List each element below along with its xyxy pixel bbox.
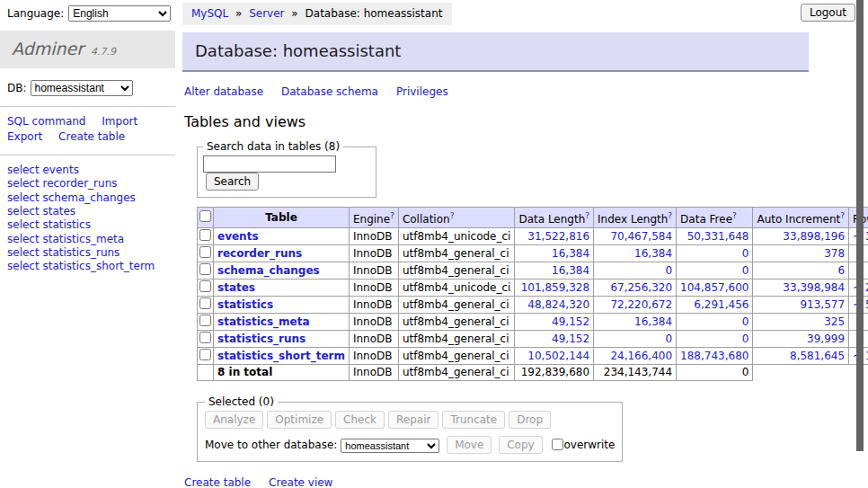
cell-index-length: 67,256,320: [594, 279, 677, 297]
auto-increment-link[interactable]: 6: [837, 264, 845, 277]
table-link-events[interactable]: events: [217, 230, 259, 243]
analyze-button[interactable]: Analyze: [205, 411, 263, 429]
cell-data-free: 0: [677, 314, 753, 331]
sidebar-select-statistics-meta[interactable]: select statistics_meta: [7, 233, 170, 246]
data-free-link[interactable]: 0: [742, 333, 749, 345]
data-free-link[interactable]: 104,857,600: [680, 281, 748, 294]
data-length-link[interactable]: 16,384: [552, 264, 589, 277]
drop-button[interactable]: Drop: [509, 411, 551, 429]
data-free-link[interactable]: 0: [742, 264, 749, 277]
sidebar-select-statistics-runs[interactable]: select statistics_runs: [7, 246, 170, 260]
total-void: [753, 365, 868, 381]
overwrite-checkbox[interactable]: [552, 439, 563, 450]
cell-data-free: 0: [677, 245, 753, 262]
sidebar-select-schema-changes[interactable]: select schema_changes: [7, 191, 170, 205]
help-icon[interactable]: ?: [450, 211, 455, 220]
sidebar-select-statistics[interactable]: select statistics: [7, 218, 170, 232]
index-length-link[interactable]: 0: [665, 333, 672, 345]
create-table-link[interactable]: Create table: [184, 476, 251, 488]
alter-database-link[interactable]: Alter database: [184, 85, 263, 98]
help-icon[interactable]: ?: [390, 211, 394, 220]
row-checkbox[interactable]: [199, 349, 211, 360]
row-checkbox[interactable]: [199, 280, 211, 292]
move-label: Move to other database:: [205, 439, 337, 451]
table-link-statistics-short-term[interactable]: statistics_short_term: [217, 350, 345, 362]
breadcrumb-server[interactable]: Server: [249, 7, 284, 20]
row-checkbox[interactable]: [199, 297, 211, 309]
auto-increment-link[interactable]: 8,581,645: [790, 350, 845, 362]
index-length-link[interactable]: 24,166,400: [610, 350, 672, 362]
data-free-link[interactable]: 0: [742, 315, 749, 328]
sidebar-select-states[interactable]: select states: [7, 205, 170, 218]
table-link-schema-changes[interactable]: schema_changes: [217, 264, 320, 277]
table-link-states[interactable]: states: [217, 281, 255, 294]
auto-increment-link[interactable]: 33,898,196: [783, 230, 845, 243]
data-length-link[interactable]: 16,384: [552, 247, 589, 260]
index-length-link[interactable]: 0: [665, 264, 672, 277]
vertical-scrollbar[interactable]: [856, 0, 864, 451]
data-length-link[interactable]: 48,824,320: [527, 298, 589, 311]
total-name: 8 in total: [214, 365, 350, 381]
help-icon[interactable]: ?: [732, 211, 737, 220]
index-length-link[interactable]: 16,384: [634, 247, 672, 260]
sidebar-link-export[interactable]: Export: [7, 130, 42, 143]
auto-increment-link[interactable]: 33,398,984: [783, 281, 845, 294]
db-select[interactable]: homeassistant: [31, 80, 133, 96]
create-view-link[interactable]: Create view: [269, 476, 332, 488]
row-checkbox[interactable]: [199, 263, 211, 275]
move-button[interactable]: Move: [447, 436, 492, 454]
search-button[interactable]: Search: [206, 173, 259, 191]
row-checkbox[interactable]: [199, 332, 211, 343]
repair-button[interactable]: Repair: [388, 411, 438, 429]
index-length-link[interactable]: 70,467,584: [610, 230, 672, 243]
auto-increment-link[interactable]: 325: [824, 315, 845, 328]
search-input[interactable]: [203, 155, 336, 173]
database-schema-link[interactable]: Database schema: [281, 85, 378, 98]
sidebar-link-sql-command[interactable]: SQL command: [7, 115, 85, 128]
help-icon[interactable]: ?: [585, 211, 589, 220]
select-all-checkbox[interactable]: [199, 210, 211, 222]
truncate-button[interactable]: Truncate: [442, 411, 505, 429]
table-row: recorder_runsInnoDButf8mb4_general_ci16,…: [198, 245, 868, 262]
sidebar-select-events[interactable]: select events: [7, 164, 170, 177]
data-free-link[interactable]: 188,743,680: [680, 350, 748, 362]
help-icon[interactable]: ?: [840, 211, 845, 220]
data-length-link[interactable]: 10,502,144: [527, 350, 589, 362]
row-checkbox[interactable]: [199, 246, 211, 258]
table-link-statistics[interactable]: statistics: [217, 298, 273, 311]
row-checkbox[interactable]: [199, 229, 211, 241]
auto-increment-link[interactable]: 378: [824, 247, 845, 260]
data-free-link[interactable]: 0: [742, 247, 749, 260]
data-length-link[interactable]: 31,522,816: [527, 230, 589, 243]
privileges-link[interactable]: Privileges: [396, 85, 448, 98]
table-link-statistics-meta[interactable]: statistics_meta: [217, 315, 310, 328]
index-length-link[interactable]: 16,384: [634, 315, 672, 328]
cell-auto-increment: 8,581,645: [753, 348, 849, 365]
row-checkbox[interactable]: [199, 315, 211, 326]
language-select[interactable]: English: [68, 5, 171, 22]
data-free-link[interactable]: 6,291,456: [694, 298, 748, 311]
data-length-link[interactable]: 49,152: [552, 333, 589, 345]
app-name: Adminer: [12, 39, 84, 58]
index-length-link[interactable]: 72,220,672: [610, 298, 672, 311]
table-link-statistics-runs[interactable]: statistics_runs: [217, 333, 306, 345]
data-length-link[interactable]: 101,859,328: [521, 281, 589, 294]
search-legend: Search data in tables (8): [203, 140, 343, 153]
copy-button[interactable]: Copy: [499, 436, 542, 454]
auto-increment-link[interactable]: 39,999: [807, 333, 845, 345]
help-icon[interactable]: ?: [668, 211, 672, 220]
data-length-link[interactable]: 49,152: [552, 315, 589, 328]
table-link-recorder-runs[interactable]: recorder_runs: [217, 247, 302, 260]
total-data-free: 0: [677, 365, 753, 381]
data-free-link[interactable]: 50,331,648: [687, 230, 749, 243]
index-length-link[interactable]: 67,256,320: [610, 281, 672, 294]
sidebar-link-import[interactable]: Import: [102, 115, 137, 128]
breadcrumb-mysql[interactable]: MySQL: [191, 7, 228, 20]
optimize-button[interactable]: Optimize: [267, 411, 332, 429]
sidebar-select-recorder-runs[interactable]: select recorder_runs: [7, 177, 170, 191]
move-db-select[interactable]: homeassistant: [341, 439, 439, 453]
auto-increment-link[interactable]: 913,577: [800, 298, 845, 311]
sidebar-select-statistics-short-term[interactable]: select statistics_short_term: [7, 260, 170, 273]
check-button[interactable]: Check: [335, 411, 385, 429]
sidebar-link-create-table[interactable]: Create table: [58, 130, 125, 143]
